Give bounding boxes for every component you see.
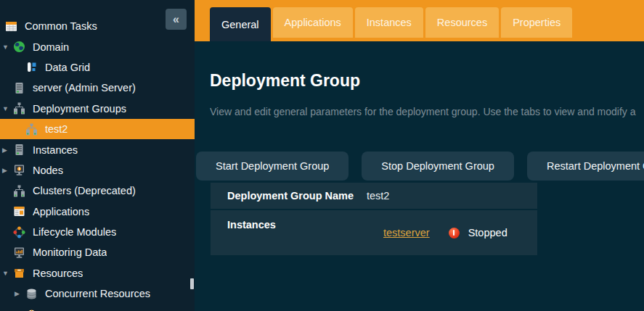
sidebar-scrollbar-thumb[interactable]	[190, 278, 194, 289]
sidebar-item-domain[interactable]: ▼Domain	[0, 36, 195, 57]
nodes-icon	[13, 164, 25, 176]
data-grid-icon	[25, 61, 38, 73]
sidebar-item-nodes[interactable]: ▶Nodes	[0, 160, 195, 181]
connectors-icon	[25, 308, 38, 311]
tab-bar: GeneralApplicationsInstancesResourcesPro…	[195, 0, 644, 41]
instance-link[interactable]: testserver	[383, 227, 430, 239]
sidebar-item-label: Lifecycle Modules	[33, 226, 116, 238]
tab-applications[interactable]: Applications	[273, 7, 353, 38]
sidebar-item-label: test2	[45, 123, 68, 135]
sidebar-item-clusters-deprecated[interactable]: Clusters (Deprecated)	[0, 181, 195, 201]
detail-table: Deployment Group Name test2 Instances te…	[211, 183, 537, 255]
sidebar-item-test2[interactable]: test2	[0, 119, 195, 139]
cluster-icon	[13, 185, 25, 197]
server-icon	[13, 82, 25, 94]
sidebar-item-label: Data Grid	[45, 62, 90, 73]
collapse-chevrons-icon: «	[173, 14, 179, 25]
page-content: Deployment Group View and edit general p…	[195, 41, 644, 255]
expander-collapsed-icon[interactable]: ▶	[2, 167, 13, 174]
stop-slit	[453, 230, 455, 236]
server-icon	[13, 144, 25, 156]
sidebar-item-label: Common Tasks	[25, 20, 97, 32]
sidebar-item-deployment-groups[interactable]: ▼Deployment Groups	[0, 99, 195, 119]
admin-console: « Common Tasks▼DomainData Gridserver (Ad…	[0, 0, 644, 311]
sidebar-item-label: Connectors	[45, 309, 99, 311]
common-tasks-icon	[5, 20, 17, 33]
navigation-tree: Common Tasks▼DomainData Gridserver (Admi…	[0, 0, 195, 311]
row-label: Instances	[211, 210, 367, 255]
expander-expanded-icon[interactable]: ▼	[2, 270, 13, 277]
table-row-instances: Instances testserver Stopped	[211, 210, 537, 255]
stopped-status-icon	[449, 228, 460, 239]
tab-properties[interactable]: Properties	[501, 7, 572, 38]
tab-instances[interactable]: Instances	[355, 7, 423, 38]
instance-status-group: testserver Stopped	[367, 210, 508, 255]
instance-status-text: Stopped	[468, 227, 508, 239]
expander-collapsed-icon[interactable]: ▶	[2, 146, 13, 154]
sidebar-item-label: Resources	[33, 268, 83, 279]
sidebar-item-instances[interactable]: ▶Instances	[0, 139, 195, 159]
tab-general[interactable]: General	[210, 7, 271, 41]
monitoring-icon	[13, 246, 25, 259]
sidebar-item-data-grid[interactable]: Data Grid	[0, 57, 195, 78]
lifecycle-icon	[13, 226, 25, 239]
page-header: Deployment Group View and edit general p…	[195, 71, 644, 118]
expander-expanded-icon[interactable]: ▼	[2, 105, 13, 112]
sidebar-item-resources[interactable]: ▼Resources	[0, 263, 195, 283]
cluster-icon	[25, 123, 38, 136]
expander-collapsed-icon[interactable]: ▶	[15, 290, 25, 297]
sidebar-item-concurrent-resources[interactable]: ▶Concurrent Resources	[0, 283, 195, 304]
sidebar-item-lifecycle-modules[interactable]: Lifecycle Modules	[0, 222, 195, 242]
sidebar-item-label: server (Admin Server)	[33, 82, 136, 94]
sidebar-item-label: Applications	[33, 206, 89, 217]
sidebar-item-label: Instances	[33, 144, 78, 156]
concurrent-icon	[25, 288, 38, 300]
page-subtitle: View and edit general parameters for the…	[210, 106, 644, 118]
domain-icon	[13, 41, 25, 53]
restart-deployment-group-button[interactable]: Restart Deployment Group	[527, 152, 644, 181]
row-value: test2	[367, 190, 389, 202]
resources-icon	[13, 267, 25, 279]
main-panel: GeneralApplicationsInstancesResourcesPro…	[195, 0, 644, 311]
sidebar-item-monitoring-data[interactable]: Monitoring Data	[0, 242, 195, 262]
sidebar-item-label: Monitoring Data	[33, 246, 107, 258]
sidebar-item-server-admin-server[interactable]: server (Admin Server)	[0, 78, 195, 98]
sidebar-item-applications[interactable]: Applications	[0, 202, 195, 222]
row-label: Deployment Group Name	[211, 190, 367, 202]
cluster-icon	[13, 102, 25, 115]
sidebar: « Common Tasks▼DomainData Gridserver (Ad…	[0, 0, 195, 311]
page-title: Deployment Group	[210, 71, 644, 91]
table-row-deployment-group-name: Deployment Group Name test2	[211, 183, 537, 209]
sidebar-item-label: Domain	[33, 41, 69, 53]
sidebar-item-label: Nodes	[33, 165, 63, 176]
expander-expanded-icon[interactable]: ▼	[2, 43, 13, 51]
sidebar-item-label: Clusters (Deprecated)	[33, 185, 136, 196]
sidebar-item-label: Deployment Groups	[33, 103, 126, 115]
action-button-row: Start Deployment GroupStop Deployment Gr…	[195, 152, 644, 181]
sidebar-item-label: Concurrent Resources	[45, 288, 150, 299]
applications-icon	[13, 205, 25, 217]
stop-deployment-group-button[interactable]: Stop Deployment Group	[362, 152, 514, 181]
sidebar-item-connectors[interactable]: ▶Connectors	[0, 304, 195, 311]
tab-resources[interactable]: Resources	[425, 7, 499, 38]
sidebar-collapse-button[interactable]: «	[166, 9, 187, 30]
start-deployment-group-button[interactable]: Start Deployment Group	[196, 152, 349, 181]
